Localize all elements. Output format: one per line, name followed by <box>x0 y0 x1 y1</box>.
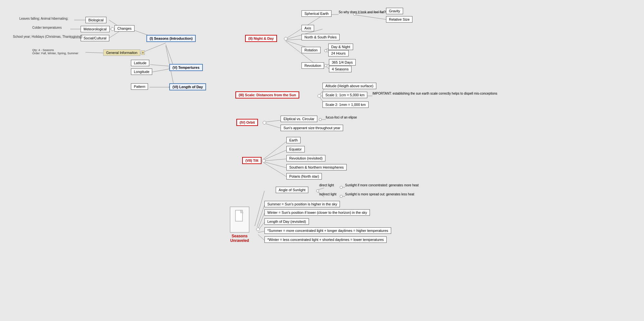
eliptical-label: Eliptical vs. Circular <box>281 116 317 122</box>
days-365-label: 365 1/4 Days <box>329 59 356 66</box>
mind-map-canvas: (I) Seasons (Introduction) Changes Biolo… <box>0 0 644 321</box>
hemispheres-node: Southern & Northern Hemispheres <box>286 164 347 171</box>
latitude-node: Latitude <box>131 60 149 66</box>
svg-line-42 <box>258 231 264 233</box>
important-label: IMPORTANT: establishing the sun earth sc… <box>372 92 497 95</box>
hemispheres-label: Southern & Northern Hemispheres <box>286 164 347 171</box>
scale2-label: Scale 2: 1mm = 1,000 km <box>322 101 369 108</box>
svg-line-40 <box>258 213 264 229</box>
svg-point-53 <box>318 94 321 98</box>
orbit-node: (IV) Orbit <box>236 119 258 126</box>
sunlight-more-label: Sunlight if more concentrated: generates… <box>345 183 419 187</box>
flat-question-label: So why does it look and feel flat? <box>339 10 386 14</box>
svg-line-41 <box>258 222 264 231</box>
biological-label: Biological <box>85 17 106 23</box>
qty-label: Qty: 4 - Seasons Order: Fall, Winter, Sp… <box>32 48 78 55</box>
day-night-label: Day & Night <box>328 44 353 50</box>
longitude-node: Longitude <box>131 68 152 75</box>
meteorological-label: Meteorological <box>81 26 110 32</box>
gravity-label: Gravity <box>386 8 403 14</box>
orbit-label: (IV) Orbit <box>236 119 258 126</box>
apparent-size-node: Sun's apperant size throughout year <box>281 125 343 131</box>
rotation-label: Rotation <box>302 47 321 53</box>
school-text: School year; Holidays (Christmas, Thanks… <box>13 35 82 38</box>
eliptical-node: Eliptical vs. Circular <box>281 116 317 122</box>
latitude-label: Latitude <box>131 60 149 66</box>
indirect-light-text: indirect light <box>319 192 336 196</box>
poles-node: North & South Poles <box>302 34 340 40</box>
relative-size-node: Relative Size <box>386 16 412 23</box>
seasons-intro-node: (I) Seasons (Introduction) <box>146 35 196 42</box>
svg-point-54 <box>263 121 266 124</box>
school-label: School year; Holidays (Christmas, Thanks… <box>13 35 82 38</box>
sunlight-less-label: Sunlight is more spread out: generates l… <box>345 192 414 196</box>
scale2-node: Scale 2: 1mm = 1,000 km <box>322 101 369 108</box>
svg-line-36 <box>264 162 287 168</box>
seasons-unraveled-label: Seasons Unraveled <box>223 234 256 243</box>
earth-tilt-node: Earth <box>286 137 301 143</box>
svg-point-59 <box>316 190 319 192</box>
svg-point-57 <box>324 49 327 52</box>
svg-line-38 <box>255 191 264 226</box>
direct-light-text: direct light <box>319 183 334 187</box>
colder-text: Colder temperatures <box>32 26 62 29</box>
colder-label: Colder temperatures <box>32 26 62 29</box>
changes-node: Changes <box>114 25 134 32</box>
qty-text: Qty: 4 - Seasons Order: Fall, Winter, Sp… <box>32 48 78 55</box>
svg-line-33 <box>264 141 287 159</box>
social-cultural-label: Social/Cultural <box>81 35 109 41</box>
leaves-text: Leaves falling; Animal hibernating; <box>19 17 68 20</box>
revolution-node: Revolution <box>302 62 324 69</box>
svg-point-52 <box>284 37 287 40</box>
svg-point-60 <box>340 186 342 189</box>
svg-point-48 <box>111 27 114 31</box>
tilt-label: (VII) Tilt <box>242 157 262 164</box>
fucus-label: fucus-foci of an elipse <box>326 116 357 119</box>
winter-lower-label: Winter = Sun's position if lower (closer… <box>264 209 370 216</box>
sunlight-less-text: Sunlight is more spread out: generates l… <box>345 192 414 196</box>
important-text: IMPORTANT: establishing the sun earth sc… <box>372 92 497 95</box>
angle-sunlight-label: Angle of Sunlight <box>276 187 308 193</box>
seasons-unraveled-node: Seasons Unraveled <box>223 207 256 243</box>
temperatures-label: (V) Tempertures <box>169 64 203 71</box>
flat-question-text: So why does it look and feel flat? <box>339 10 386 14</box>
equator-node: Equator <box>286 146 305 152</box>
revolution-revisited-label: Revolution (revisited) <box>286 155 325 161</box>
svg-line-12 <box>150 69 170 72</box>
changes-label: Changes <box>114 25 134 32</box>
revolution-revisited-node: Revolution (revisited) <box>286 155 325 161</box>
equator-label: Equator <box>286 146 305 152</box>
scale1-label: Scale 1: 1cm = 5,000 km <box>322 92 367 98</box>
length-revisited-node: Length of Day (revisited) <box>264 218 309 225</box>
summer-higher-node: Summer = Sun's position is higher in the… <box>264 201 340 207</box>
relative-size-label: Relative Size <box>386 16 412 23</box>
meteorological-node: Meteorological <box>81 26 110 32</box>
document-icon <box>235 210 244 223</box>
hours-24-node: 24 Hours <box>328 50 349 57</box>
polaris-node: Polaris (North star) <box>286 173 322 180</box>
seasons-4-node: 4 Seasons <box>329 66 352 72</box>
general-info-node: General Informaiton ≡ <box>103 49 145 56</box>
svg-point-58 <box>324 64 327 67</box>
fucus-text: fucus-foci of an elipse <box>326 116 357 119</box>
rotation-node: Rotation <box>302 47 321 53</box>
temperatures-node: (V) Tempertures <box>169 64 203 71</box>
gravity-node: Gravity <box>386 8 403 14</box>
svg-line-31 <box>264 123 282 129</box>
altitude-label: Atitude (Heigth above surface) <box>322 83 376 89</box>
revolution-label: Revolution <box>302 62 324 69</box>
scale1-node: Scale 1: 1cm = 5,000 km <box>322 92 367 98</box>
winter-eq-label: *Winter = less concentrated light + shor… <box>264 236 387 243</box>
day-night-node: Day & Night <box>328 44 353 50</box>
leaves-label: Leaves falling; Animal hibernating; <box>19 17 68 20</box>
night-day-label: (II) Night & Day <box>245 35 277 42</box>
earth-tilt-label: Earth <box>286 137 301 143</box>
seasons-intro-label: (I) Seasons (Introduction) <box>146 35 196 42</box>
scale-label: (III) Scale: Distances from the Sun <box>235 91 299 98</box>
pattern-label: Pattern <box>131 83 148 90</box>
night-day-node: (II) Night & Day <box>245 35 277 42</box>
days-365-node: 365 1/4 Days <box>329 59 356 66</box>
polaris-label: Polaris (North star) <box>286 173 322 180</box>
summer-higher-label: Summer = Sun's position is higher in the… <box>264 201 340 207</box>
svg-line-37 <box>264 163 287 177</box>
